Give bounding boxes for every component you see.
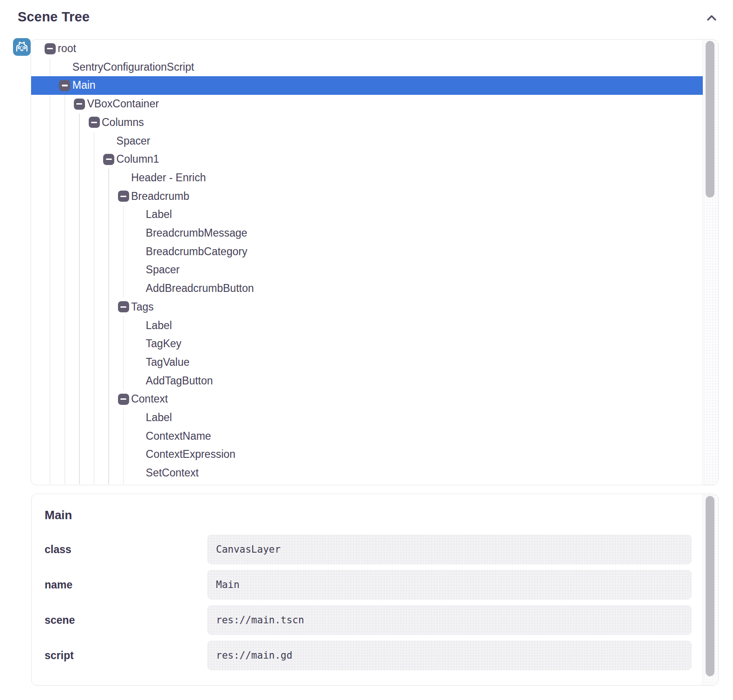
collapse-minus-icon[interactable]	[59, 80, 70, 91]
field-label: class	[45, 535, 207, 564]
field-row-name: nameMain	[45, 570, 692, 600]
details-field-list: classCanvasLayernameMainsceneres://main.…	[45, 535, 692, 670]
tree-node-label: Main	[72, 76, 96, 95]
tree-node-columns[interactable]: Columns	[31, 113, 703, 132]
tree-node-vboxcontainer[interactable]: VBoxContainer	[31, 95, 703, 113]
tree-node-sentryconfigurationscript[interactable]: SentryConfigurationScript	[31, 58, 703, 77]
collapse-minus-icon[interactable]	[45, 43, 56, 54]
tree-node-main[interactable]: Main	[31, 76, 703, 95]
page-title: Scene Tree	[18, 9, 90, 25]
tree-node-breadcrumbmessage[interactable]: BreadcrumbMessage	[31, 224, 703, 243]
chevron-up-icon	[705, 20, 719, 26]
tree-node-tagvalue[interactable]: TagValue	[31, 353, 703, 372]
tree-node-column1[interactable]: Column1	[31, 150, 703, 169]
details-scrollbar-thumb[interactable]	[706, 496, 714, 676]
field-label: name	[45, 570, 207, 600]
field-label: scene	[45, 605, 207, 635]
tree-node-label: AddTagButton	[146, 372, 213, 390]
field-label: script	[45, 641, 207, 670]
tree-node-contextname[interactable]: ContextName	[31, 427, 703, 446]
tree-node-label: Spacer	[117, 132, 151, 151]
tree-node-label: TagValue	[146, 353, 190, 372]
tree-node-label: Column1	[117, 150, 159, 169]
tree-node-breadcrumbcategory[interactable]: BreadcrumbCategory	[31, 243, 703, 261]
tree-node-label: Columns	[102, 113, 144, 132]
collapse-minus-icon[interactable]	[74, 99, 85, 110]
collapse-minus-icon[interactable]	[89, 117, 100, 128]
godot-engine-icon	[13, 38, 31, 56]
collapse-minus-icon[interactable]	[118, 191, 129, 202]
field-row-scene: sceneres://main.tscn	[45, 605, 692, 635]
tree-node-label: Label	[146, 205, 172, 224]
tree-node-label: Header - Enrich	[131, 169, 206, 187]
tree-node-label: TagKey	[146, 335, 182, 353]
collapse-minus-icon[interactable]	[103, 154, 114, 165]
tree-node-label: VBoxContainer	[87, 95, 159, 113]
tree-node-label: ContextName	[146, 427, 211, 446]
tree-node-tags[interactable]: Tags	[31, 298, 703, 317]
tree-node-tagkey[interactable]: TagKey	[31, 335, 703, 353]
scene-tree-list: rootSentryConfigurationScriptMainVBoxCon…	[31, 40, 703, 485]
tree-node-label: Label	[146, 317, 172, 335]
field-value: CanvasLayer	[207, 535, 692, 564]
tree-node-spacer[interactable]: Spacer	[31, 132, 703, 151]
tree-node-label: BreadcrumbMessage	[146, 224, 248, 243]
tree-node-label[interactable]: Label	[31, 317, 703, 335]
tree-node-addtagbutton[interactable]: AddTagButton	[31, 372, 703, 390]
collapse-minus-icon[interactable]	[118, 394, 129, 405]
details-title: Main	[45, 508, 692, 522]
field-value: res://main.gd	[207, 641, 692, 670]
collapse-minus-icon[interactable]	[118, 301, 129, 312]
tree-node-context[interactable]: Context	[31, 390, 703, 409]
scene-tree-panel: rootSentryConfigurationScriptMainVBoxCon…	[31, 39, 719, 485]
tree-node-label: SetContext	[146, 464, 199, 482]
tree-node-label[interactable]: Label	[31, 409, 703, 427]
node-details-panel: Main classCanvasLayernameMainsceneres://…	[31, 494, 719, 686]
tree-scrollbar-track[interactable]	[702, 40, 718, 485]
field-row-script: scriptres://main.gd	[45, 641, 692, 670]
tree-node-label: ContextExpression	[146, 445, 236, 464]
details-scrollbar-track[interactable]	[702, 494, 718, 685]
tree-node-label: Context	[131, 390, 168, 409]
field-value: res://main.tscn	[207, 605, 692, 635]
tree-node-spacer[interactable]: Spacer	[31, 261, 703, 279]
tree-node-label[interactable]: Label	[31, 205, 703, 224]
tree-node-breadcrumb[interactable]: Breadcrumb	[31, 187, 703, 206]
field-value: Main	[207, 570, 692, 600]
tree-node-label: root	[58, 40, 76, 58]
tree-node-label: Label	[146, 409, 172, 427]
tree-node-root[interactable]: root	[31, 40, 703, 58]
tree-node-label: Breadcrumb	[131, 187, 189, 206]
tree-node-label: BreadcrumbCategory	[146, 243, 248, 261]
tree-scrollbar-thumb[interactable]	[706, 41, 714, 198]
field-row-class: classCanvasLayer	[45, 535, 692, 564]
tree-node-setcontext[interactable]: SetContext	[31, 464, 703, 482]
collapse-panel-button[interactable]	[704, 11, 719, 26]
tree-node-contextexpression[interactable]: ContextExpression	[31, 445, 703, 464]
tree-node-addbreadcrumbbutton[interactable]: AddBreadcrumbButton	[31, 279, 703, 298]
tree-node-label: SentryConfigurationScript	[72, 58, 194, 77]
tree-node-label: AddBreadcrumbButton	[146, 279, 254, 298]
tree-node-header-enrich[interactable]: Header - Enrich	[31, 169, 703, 187]
tree-node-label: Tags	[131, 298, 154, 317]
tree-node-label: Spacer	[146, 261, 180, 279]
